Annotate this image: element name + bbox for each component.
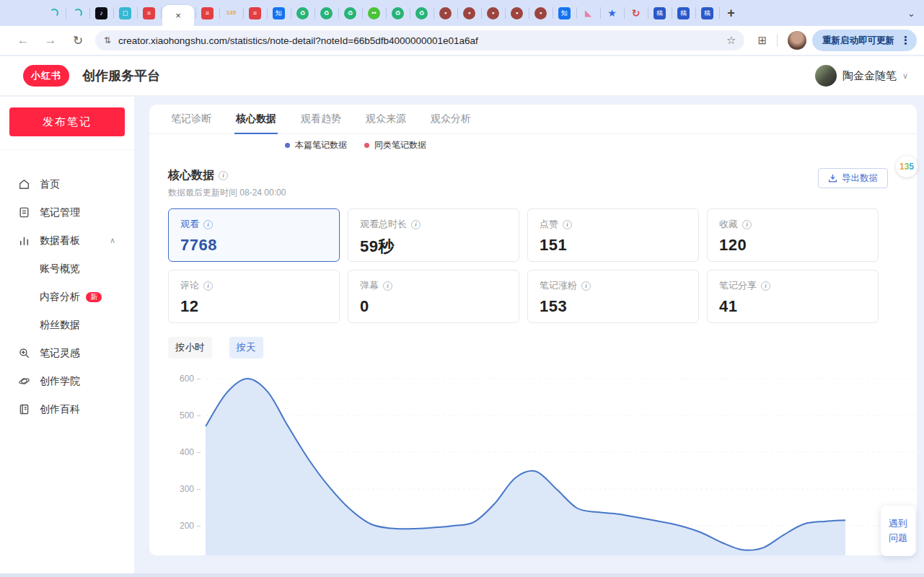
chart-legend: 本篇笔记数据 同类笔记数据 [285, 139, 426, 151]
sidebar-item-dashboard[interactable]: 数据看板∧ [0, 226, 134, 255]
sidebar-item-label: 笔记管理 [40, 206, 80, 219]
user-name: 陶金金随笔 [842, 69, 897, 83]
sidebar-item-notes[interactable]: 笔记管理 [0, 198, 134, 226]
address-bar[interactable]: ⇅ creator.xiaohongshu.com/statistics/not… [95, 30, 744, 50]
stat-card-2[interactable]: 点赞i151 [527, 208, 699, 262]
editor-135-floating-badge[interactable]: 135 [896, 156, 918, 177]
close-icon[interactable]: × [175, 10, 181, 21]
browser-tab-10[interactable]: ♻ [291, 0, 314, 26]
book-icon [18, 403, 30, 415]
stat-card-1[interactable]: 观看总时长i59秒 [348, 208, 519, 262]
chevron-up-icon[interactable]: ∧ [110, 236, 115, 245]
tab-overflow-chevron-icon[interactable]: ⌄ [907, 0, 915, 26]
tab-favicon-icon: ♪ [95, 7, 107, 19]
tab-favicon-icon: ↻ [632, 8, 641, 18]
stat-label: 观看i [180, 218, 327, 231]
sidebar-item-academy[interactable]: 创作学院 [0, 367, 134, 395]
tab-loading-spinner-icon [74, 9, 82, 17]
sidebar-item-home[interactable]: 首页 [0, 170, 134, 198]
info-icon[interactable]: i [383, 281, 392, 291]
browser-tab-9[interactable]: 知 [267, 0, 291, 26]
xiaohongshu-logo[interactable]: 小红书 [23, 65, 69, 87]
forward-icon[interactable]: → [40, 30, 61, 50]
browser-tab-8[interactable]: ≡ [243, 0, 267, 26]
browser-profile-avatar[interactable] [788, 31, 806, 50]
chrome-menu-icon[interactable]: ⋮ [900, 34, 911, 47]
stat-card-0[interactable]: 观看i7768 [168, 208, 340, 262]
feedback-helper-widget[interactable]: 遇到 问题 [881, 506, 915, 556]
browser-tab-12[interactable]: ♻ [338, 0, 362, 26]
user-menu[interactable]: 陶金金随笔 ∨ [815, 65, 908, 87]
stat-card-7[interactable]: 笔记分享i41 [707, 270, 879, 323]
sidebar-subitem-content-analysis[interactable]: 内容分析新 [0, 283, 134, 311]
browser-tab-26[interactable]: 稿 [672, 0, 695, 26]
browser-tab-14[interactable]: ♻ [386, 0, 410, 26]
browser-tab-4[interactable]: ≡ [137, 0, 161, 26]
sidebar-item-wiki[interactable]: 创作百科 [0, 395, 134, 423]
info-icon[interactable]: i [581, 281, 591, 291]
tab-favicon-icon: 135 [226, 10, 236, 16]
stat-value: 12 [180, 297, 327, 316]
publish-note-button[interactable]: 发布笔记 [9, 107, 125, 136]
by-hour-button[interactable]: 按小时 [168, 337, 212, 358]
new-tab-button[interactable]: + [719, 0, 743, 26]
info-icon[interactable]: i [203, 220, 213, 229]
tab-diagnosis[interactable]: 笔记诊断 [170, 105, 213, 134]
tab-view-trend[interactable]: 观看趋势 [299, 105, 343, 134]
browser-tab-6[interactable]: ≡ [195, 0, 219, 26]
stat-card-6[interactable]: 笔记涨粉i153 [527, 270, 699, 323]
reload-icon[interactable]: ↻ [68, 30, 88, 50]
by-day-button[interactable]: 按天 [229, 337, 263, 358]
info-icon[interactable]: i [761, 281, 770, 291]
info-icon[interactable]: i [203, 281, 213, 291]
stat-card-4[interactable]: 评论i12 [168, 270, 340, 323]
sidebar-item-inspiration[interactable]: 笔记灵感 [0, 339, 134, 367]
url-text[interactable]: creator.xiaohongshu.com/statistics/note-… [118, 35, 726, 46]
browser-tab-19[interactable]: ▪ [505, 0, 529, 26]
browser-tab-15[interactable]: ♻ [410, 0, 434, 26]
browser-tab-25[interactable]: 稿 [648, 0, 672, 26]
back-icon[interactable]: ← [13, 30, 33, 50]
browser-tab-24[interactable]: ↻ [624, 0, 648, 26]
browser-tab-16[interactable]: ▪ [434, 0, 457, 26]
browser-tab-18[interactable]: ▪ [481, 0, 505, 26]
sidebar-item-label: 创作百科 [40, 403, 80, 416]
browser-tab-active[interactable]: × [161, 0, 195, 26]
browser-tab-0[interactable] [42, 0, 66, 26]
tab-audience-source[interactable]: 观众来源 [364, 105, 408, 134]
user-avatar[interactable] [815, 65, 837, 87]
chrome-update-button[interactable]: 重新启动即可更新 ⋮ [812, 30, 917, 51]
tab-core-data[interactable]: 核心数据 [234, 105, 278, 134]
browser-tab-2[interactable]: ♪ [89, 0, 113, 26]
tab-favicon-icon: 稿 [677, 7, 690, 19]
browser-tab-20[interactable]: ▪ [529, 0, 553, 26]
browser-tab-7[interactable]: 135 [219, 0, 243, 26]
browser-tab-23[interactable]: ★ [600, 0, 624, 26]
site-controls-icon[interactable]: ⇅ [104, 35, 111, 45]
browser-tab-13[interactable]: •• [362, 0, 386, 26]
info-icon[interactable]: i [563, 220, 572, 229]
sidebar-subitem-fans-data[interactable]: 粉丝数据 [0, 311, 134, 339]
browser-tab-11[interactable]: ♻ [314, 0, 338, 26]
stat-card-5[interactable]: 弹幕i0 [348, 270, 519, 323]
browser-tab-21[interactable]: 知 [553, 0, 576, 26]
browser-tab-27[interactable]: 稿 [695, 0, 719, 26]
info-icon[interactable]: i [219, 171, 228, 180]
info-icon[interactable]: i [742, 220, 752, 229]
stat-value: 120 [719, 236, 866, 255]
tab-favicon-icon: ≡ [249, 7, 261, 19]
export-data-button[interactable]: 导出数据 [818, 168, 888, 188]
browser-tab-22[interactable]: ◣ [576, 0, 600, 26]
bookmark-star-icon[interactable]: ☆ [726, 34, 736, 47]
browser-tab-3[interactable]: ◻ [113, 0, 137, 26]
extensions-icon[interactable]: ⊞ [757, 34, 767, 47]
sidebar-subitem-account-overview[interactable]: 账号概览 [0, 255, 134, 283]
browser-tab-1[interactable] [66, 0, 89, 26]
tab-favicon-icon: ≡ [201, 7, 214, 19]
browser-active-tab[interactable]: × [162, 5, 194, 26]
browser-tab-17[interactable]: ▪ [457, 0, 481, 26]
tab-favicon-icon: ♻ [296, 7, 309, 19]
stat-card-3[interactable]: 收藏i120 [707, 208, 879, 262]
info-icon[interactable]: i [411, 220, 421, 229]
tab-audience-analysis[interactable]: 观众分析 [429, 105, 472, 134]
